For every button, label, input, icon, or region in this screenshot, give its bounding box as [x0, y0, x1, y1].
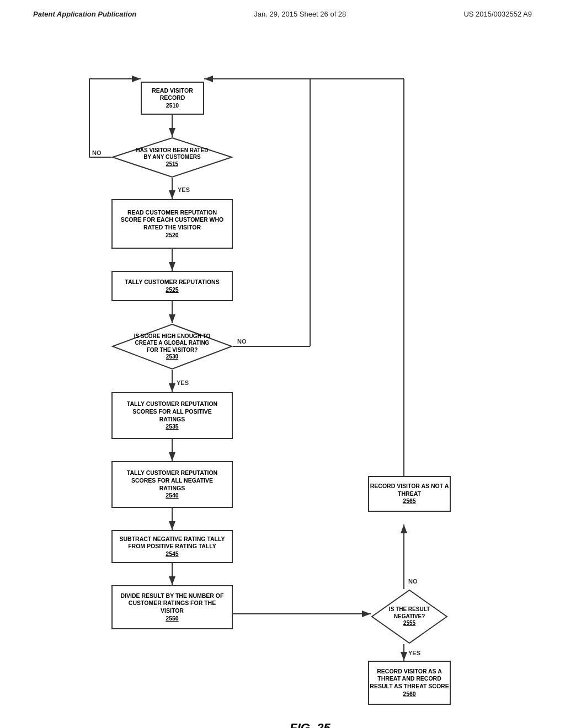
box-2555: IS THE RESULTNEGATIVE?2555 — [371, 589, 448, 644]
box-2555-label: IS THE RESULTNEGATIVE?2555 — [389, 606, 430, 627]
box-2550: DIVIDE RESULT BY THE NUMBER OFCUSTOMER R… — [111, 585, 233, 629]
box-2515-label: HAS VISITOR BEEN RATEDBY ANY CUSTOMERS25… — [136, 147, 209, 168]
box-2565: RECORD VISITOR AS NOT ATHREAT2565 — [368, 476, 451, 512]
svg-text:NO: NO — [237, 338, 247, 345]
box-2525: TALLY CUSTOMER REPUTATIONS2525 — [111, 271, 233, 301]
page: Patent Application Publication Jan. 29, … — [0, 0, 565, 728]
fig-caption: FIG. 25 — [290, 721, 330, 728]
box-2515: HAS VISITOR BEEN RATEDBY ANY CUSTOMERS25… — [111, 137, 233, 178]
box-2525-label: TALLY CUSTOMER REPUTATIONS2525 — [125, 279, 219, 293]
svg-text:YES: YES — [177, 379, 189, 386]
box-2540: TALLY CUSTOMER REPUTATIONSCORES FOR ALL … — [111, 461, 233, 508]
box-2560-label: RECORD VISITOR AS ATHREAT AND RECORDRESU… — [370, 668, 449, 698]
header-center: Jan. 29, 2015 Sheet 26 of 28 — [254, 10, 346, 18]
box-2545-label: SUBTRACT NEGATIVE RATING TALLYFROM POSIT… — [120, 536, 225, 558]
page-header: Patent Application Publication Jan. 29, … — [0, 0, 565, 18]
box-2520-label: READ CUSTOMER REPUTATIONSCORE FOR EACH C… — [121, 209, 223, 239]
header-right: US 2015/0032552 A9 — [463, 10, 532, 18]
diagram-area: YES NO YES NO — [62, 51, 558, 702]
svg-text:YES: YES — [408, 650, 420, 656]
svg-text:YES: YES — [178, 186, 190, 193]
box-2540-label: TALLY CUSTOMER REPUTATIONSCORES FOR ALL … — [127, 469, 217, 500]
box-2530-label: IS SCORE HIGH ENOUGH TOCREATE A GLOBAL R… — [134, 333, 211, 361]
box-2530: IS SCORE HIGH ENOUGH TOCREATE A GLOBAL R… — [111, 323, 233, 370]
header-left: Patent Application Publication — [33, 10, 136, 18]
svg-text:NO: NO — [92, 149, 102, 156]
box-2535-label: TALLY CUSTOMER REPUTATIONSCORES FOR ALL … — [127, 400, 217, 431]
box-2520: READ CUSTOMER REPUTATIONSCORE FOR EACH C… — [111, 199, 233, 249]
box-2510-label: READ VISITOR RECORD 2510 — [142, 87, 203, 110]
box-2560: RECORD VISITOR AS ATHREAT AND RECORDRESU… — [368, 661, 451, 705]
box-2545: SUBTRACT NEGATIVE RATING TALLYFROM POSIT… — [111, 530, 233, 563]
box-2510: READ VISITOR RECORD 2510 — [141, 82, 204, 115]
box-2535: TALLY CUSTOMER REPUTATIONSCORES FOR ALL … — [111, 392, 233, 439]
svg-text:NO: NO — [408, 578, 418, 585]
box-2565-label: RECORD VISITOR AS NOT ATHREAT2565 — [370, 483, 449, 505]
box-2550-label: DIVIDE RESULT BY THE NUMBER OFCUSTOMER R… — [121, 592, 224, 623]
